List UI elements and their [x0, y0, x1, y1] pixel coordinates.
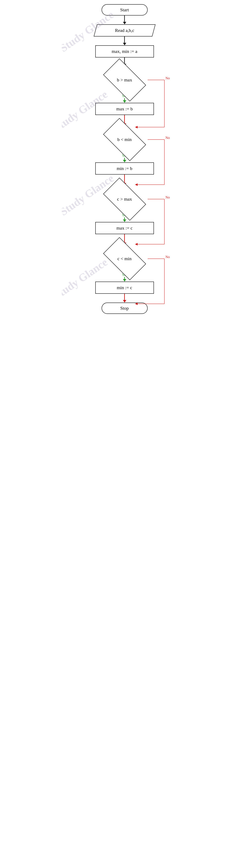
- cond4-section: c < min No Yes: [70, 245, 179, 282]
- assign3-node: max := c: [95, 222, 154, 234]
- init-node: max, min := a: [95, 45, 154, 58]
- stop-node: Stop: [102, 303, 148, 314]
- assign4-node: min := c: [95, 282, 154, 294]
- assign2-node: min := b: [95, 162, 154, 175]
- read-node: Read a,b,c: [94, 24, 155, 36]
- cond1-section: b > max No Yes: [70, 66, 179, 103]
- cond3-diamond: c > max: [102, 185, 148, 213]
- cond3-section: c > max No Yes: [70, 185, 179, 222]
- svg-text:No: No: [166, 76, 170, 80]
- flowchart: Study Glance Study Glance Study Glance S…: [62, 0, 187, 322]
- cond4-diamond: c < min: [102, 245, 148, 272]
- arrow-start-to-read: [121, 16, 128, 24]
- arrow-assign4-to-stop: [121, 294, 128, 303]
- svg-text:No: No: [166, 136, 170, 140]
- start-node: Start: [102, 4, 148, 16]
- svg-text:No: No: [166, 195, 170, 199]
- cond2-section: b < min No Yes: [70, 126, 179, 162]
- cond2-diamond: b < min: [102, 126, 148, 153]
- assign1-node: max := b: [95, 103, 154, 115]
- arrow-read-to-init: [121, 36, 128, 45]
- cond1-diamond: b > max: [102, 66, 148, 94]
- svg-text:No: No: [166, 255, 170, 259]
